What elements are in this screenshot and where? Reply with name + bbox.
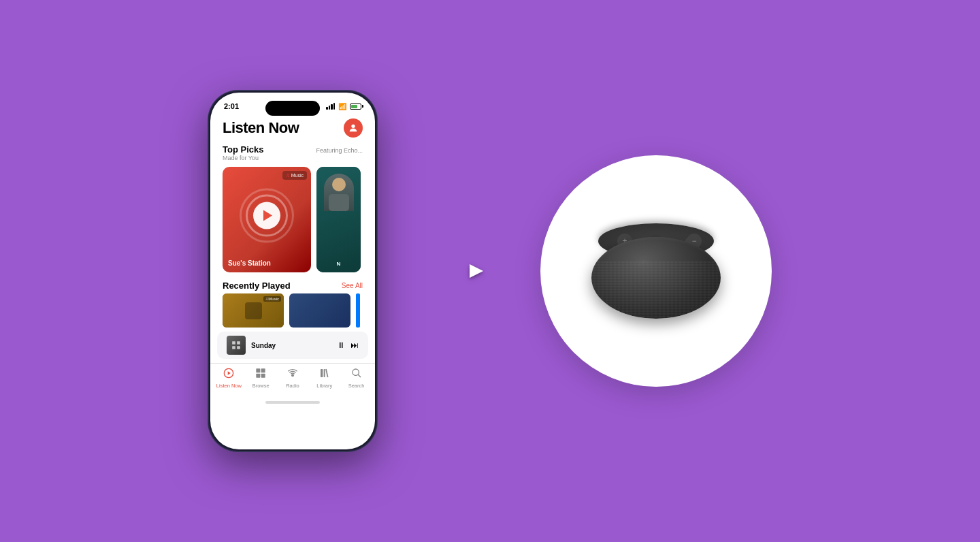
nav-library[interactable]: Library <box>310 368 340 389</box>
dynamic-island <box>265 101 320 116</box>
svg-rect-2 <box>237 341 240 345</box>
recent-card-2[interactable] <box>289 293 350 328</box>
listen-now-label: Listen Now <box>216 383 242 389</box>
recent-cards-row: ♫Music <box>210 293 375 328</box>
phone-mockup: 2:01 📶 <box>208 91 377 451</box>
profile-avatar[interactable] <box>344 118 363 138</box>
page-container: 2:01 📶 <box>0 0 980 542</box>
svg-marker-17 <box>470 264 483 278</box>
mini-player-title: Sunday <box>251 342 337 349</box>
app-header: Listen Now <box>210 113 375 142</box>
radio-label: Radio <box>286 383 299 389</box>
sues-station-label: Sue's Station <box>228 259 271 267</box>
browse-icon <box>255 368 266 381</box>
top-picks-header: Top Picks Made for You Featuring Echo... <box>210 142 375 163</box>
app-title: Listen Now <box>223 119 299 137</box>
top-picks-subtitle: Made for You <box>223 155 263 161</box>
top-picks-cards: ♫ Music <box>210 163 375 276</box>
library-label: Library <box>316 383 332 389</box>
listen-now-icon <box>223 368 234 381</box>
pause-button[interactable]: ⏸ <box>337 340 345 350</box>
arrow-icon <box>431 257 486 285</box>
phone-frame: 2:01 📶 <box>208 91 377 451</box>
svg-point-14 <box>353 369 359 375</box>
status-time: 2:01 <box>224 102 239 110</box>
signal-icon <box>326 103 335 110</box>
nav-search[interactable]: Search <box>342 368 372 389</box>
echo-dot-container: + ⊘ − <box>540 155 772 387</box>
search-icon <box>351 368 362 381</box>
nav-listen-now[interactable]: Listen Now <box>214 368 244 389</box>
nav-radio[interactable]: Radio <box>278 368 308 389</box>
arrow-container <box>431 257 486 285</box>
mini-player-thumbnail <box>227 336 246 355</box>
svg-rect-12 <box>321 369 323 377</box>
status-icons: 📶 <box>326 103 361 110</box>
svg-rect-3 <box>232 346 235 349</box>
recently-played-header: Recently Played See All <box>210 276 375 293</box>
search-label: Search <box>348 383 365 389</box>
top-picks-title: Top Picks <box>223 144 263 155</box>
svg-rect-7 <box>257 368 261 372</box>
echo-body <box>591 237 721 319</box>
phone-screen: 2:01 📶 <box>210 93 375 449</box>
echo-card-label: N <box>337 261 341 267</box>
browse-label: Browse <box>252 383 270 389</box>
svg-rect-8 <box>261 368 265 372</box>
svg-point-0 <box>351 125 355 128</box>
music-badge-small: ♫Music <box>263 296 281 302</box>
nav-browse[interactable]: Browse <box>246 368 276 389</box>
svg-rect-1 <box>232 341 235 345</box>
wifi-icon: 📶 <box>338 103 346 110</box>
bottom-nav: Listen Now Browse <box>210 363 375 398</box>
svg-rect-13 <box>323 369 325 377</box>
svg-rect-10 <box>261 374 265 378</box>
see-all-button[interactable]: See All <box>342 282 363 289</box>
home-indicator <box>265 401 320 404</box>
recent-card-1[interactable]: ♫Music <box>223 293 284 328</box>
radio-icon <box>287 368 298 381</box>
battery-icon <box>350 103 361 110</box>
echo-dot-device: + ⊘ − <box>591 223 721 319</box>
svg-marker-6 <box>228 371 231 374</box>
player-controls: ⏸ ⏭ <box>337 340 359 350</box>
echo-circle-background: + ⊘ − <box>540 155 772 387</box>
svg-point-11 <box>292 374 294 377</box>
recently-played-title: Recently Played <box>223 281 291 291</box>
music-badge: ♫ Music <box>282 171 307 180</box>
mini-player[interactable]: Sunday ⏸ ⏭ <box>217 332 368 359</box>
scroll-indicator <box>356 293 360 328</box>
echo-fabric <box>591 261 721 319</box>
library-icon <box>319 368 330 381</box>
svg-rect-9 <box>257 374 261 378</box>
sues-station-card[interactable]: ♫ Music <box>223 167 311 272</box>
featuring-text: Featuring Echo... <box>316 147 363 154</box>
svg-rect-4 <box>237 346 240 349</box>
echo-card[interactable]: N <box>316 167 361 272</box>
forward-button[interactable]: ⏭ <box>350 340 359 350</box>
svg-line-15 <box>358 374 361 377</box>
